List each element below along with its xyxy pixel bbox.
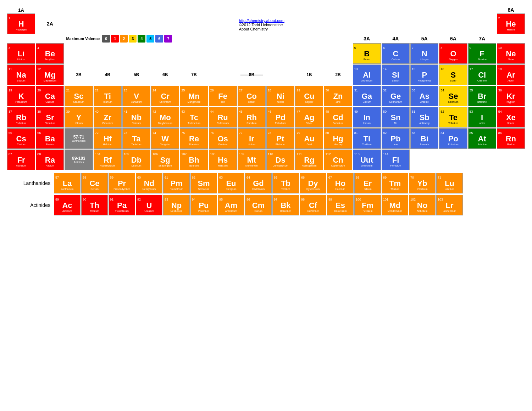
col-label-4B: 4B — [94, 64, 122, 85]
element-Ru: 44RuRuthenium — [209, 107, 237, 128]
element-Kr: 36KrKrypton — [497, 86, 525, 106]
element-Lu: 71LuLutetium — [436, 173, 463, 193]
info-about: About Chemistry — [239, 27, 351, 31]
actinides-label: Actinides — [7, 195, 53, 215]
element-U: 92UUranium — [136, 195, 162, 215]
element-Cl: 17ClChlorine — [468, 64, 496, 85]
element-Cf: 98CfCalifornium — [300, 195, 326, 215]
element-Br: 35BrBromine — [468, 86, 496, 106]
col-label-2A: 2A — [36, 13, 64, 34]
element-Ho: 67HoHolmium — [327, 173, 354, 193]
col-label-8A: 8A — [497, 7, 525, 13]
element-Pa: 91PaProtactinium — [109, 195, 135, 215]
element-In: 49InIndium — [353, 107, 381, 128]
element-Rn: 86RnRadon — [497, 128, 525, 149]
element-Sg: 106SgSeaborgium — [151, 150, 179, 170]
col-label-7B: 7B — [180, 64, 208, 85]
element-La: 57LaLanthanum — [54, 173, 81, 193]
col-label-2B: 2B — [324, 64, 352, 85]
element-Ce: 58CeCerium — [81, 173, 108, 193]
info-url[interactable]: http://chemistry.about.com — [239, 18, 351, 23]
element-Lr: 103LrLawrencium — [436, 195, 463, 215]
element-Ac: 89AcActinium — [54, 195, 81, 215]
element-Pu: 94PuPlutonium — [190, 195, 217, 215]
element-Uut: 113UutUnuntrium — [353, 150, 381, 170]
actinides-elements: 89AcActinium90ThThorium91PaProtactinium9… — [54, 195, 463, 215]
element-P: 15PPhosphorus — [410, 64, 438, 85]
lanthanides-label: Lanthanides — [7, 173, 53, 193]
element-Cn: 112CnCopernicium — [324, 150, 352, 170]
valence-2: 2 — [120, 35, 128, 43]
element-Ga: 31GaGallium — [353, 86, 381, 106]
info-copyright: ©2012 Todd Helmenstine — [239, 23, 351, 27]
element-Ds: 110DsDarmstadtium — [266, 150, 294, 170]
element-Tl: 81TlThallium — [353, 128, 381, 149]
element-I: 53IIodine — [468, 107, 496, 128]
element-At: 85AtAstatine — [468, 128, 496, 149]
element-Ni: 28NiNickel — [266, 86, 294, 106]
element-Rg: 111RgRoentgenium — [295, 150, 323, 170]
element-Fm: 100FmFermium — [354, 195, 381, 215]
valence-5: 5 — [146, 35, 154, 43]
element-No: 102NoNobelium — [409, 195, 436, 215]
element-Bi: 83BiBismuth — [410, 128, 438, 149]
element-Am: 95AmAmericium — [218, 195, 244, 215]
element-Cr: 24CrChromium — [151, 86, 179, 106]
element-Mg: 12MgMagnesium — [36, 64, 64, 85]
actinides-row: Actinides 89AcActinium90ThThorium91PaPro… — [7, 195, 525, 215]
element-Ar: 18ArArgon — [497, 64, 525, 85]
element-Tm: 69TmThulium — [382, 173, 408, 193]
element-Co: 27CoCobalt — [238, 86, 266, 106]
col-label-8B: ——8B—— — [209, 64, 295, 85]
element-Fr: 87FrFrancium — [7, 150, 35, 170]
valence-7: 7 — [164, 35, 172, 43]
element-Sb: 51SbAntimony — [410, 107, 438, 128]
element-Po: 84PoPolonium — [439, 128, 467, 149]
valence-3: 3 — [129, 35, 137, 43]
element-Mt: 109MtMeitnerium — [238, 150, 266, 170]
element-Gd: 64GdGadolinium — [245, 173, 272, 193]
element-Al: 13AlAluminum — [353, 64, 381, 85]
element-Ti: 22TiTitanium — [94, 86, 122, 106]
element-Ra: 88RaRadium — [36, 150, 64, 170]
element-Hf: 72HfHafnium — [94, 128, 122, 149]
element-F: 9FFluorine — [468, 43, 496, 64]
element-W: 74WTungsten — [151, 128, 179, 149]
element-Sm: 62SmSamarium — [190, 173, 217, 193]
element-V: 23VVanadium — [122, 86, 150, 106]
element-Pr: 59PrPraseodymium — [109, 173, 135, 193]
element-Rf: 104RfRutherfordium — [94, 150, 122, 170]
element-Na: 11NaSodium — [7, 64, 35, 85]
valence-label: Maximum Valence — [66, 36, 100, 41]
element-Pm: 61PmPromethium — [163, 173, 190, 193]
element-Pd: 46PdPalladium — [266, 107, 294, 128]
element-Ag: 47AgSilver — [295, 107, 323, 128]
col-label-7A: 7A — [468, 35, 496, 43]
element-N: 7NNitrogen — [410, 43, 438, 64]
element-Re: 75ReRhenium — [180, 128, 208, 149]
col-label-5A: 5A — [410, 35, 438, 43]
element-Zn: 30ZnZinc — [324, 86, 352, 106]
element-Yb: 70YbYtterbium — [409, 173, 436, 193]
col-label-6B: 6B — [151, 64, 179, 85]
element-Mn: 25MnManganese — [180, 86, 208, 106]
element-Li: 3LiLithium — [7, 43, 35, 64]
element-Xe: 54XeXenon — [497, 107, 525, 128]
col-label-3B: 3B — [65, 64, 93, 85]
element-Er: 68ErErbium — [354, 173, 381, 193]
periodic-table: 1A http://chemistry.about.com ©2012 Todd… — [7, 7, 525, 170]
element-Au: 79AuGold — [295, 128, 323, 149]
element-Ta: 73TaTantalum — [122, 128, 150, 149]
element-Be: 4BeBeryllium — [36, 43, 64, 64]
element-C: 6CCarbon — [382, 43, 410, 64]
element-He: 2 He Helium — [497, 13, 525, 34]
lanthanides-row: Lanthanides 57LaLanthanum58CeCerium59PrP… — [7, 173, 525, 193]
col-label-1B: 1B — [295, 64, 323, 85]
col-label-5B: 5B — [122, 64, 150, 85]
element-Pb: 82PbLead — [382, 128, 410, 149]
element-B: 5BBoron — [353, 43, 381, 64]
element-Fl: 114FlFlerovium — [382, 150, 410, 170]
element-Os: 76OsOsmium — [209, 128, 237, 149]
element-Th: 90ThThorium — [81, 195, 108, 215]
element-Ge: 32GeGermanium — [382, 86, 410, 106]
